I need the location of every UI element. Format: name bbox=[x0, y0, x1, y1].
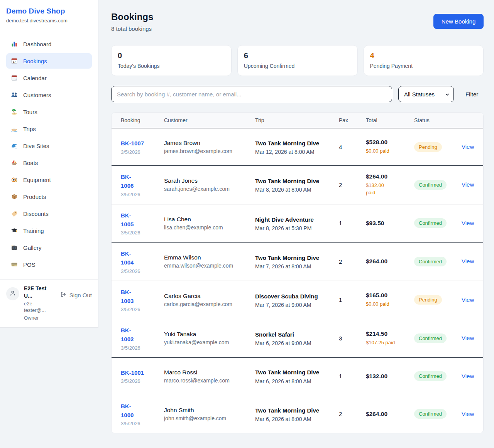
booking-cell: BK- 1004 3/5/2026 bbox=[121, 249, 164, 274]
total-cell: $132.00 bbox=[366, 373, 414, 380]
total-amount: $214.50 bbox=[366, 330, 414, 337]
sidebar-item-dashboard[interactable]: Dashboard bbox=[6, 36, 92, 52]
actions-cell: View bbox=[462, 258, 474, 265]
status-cell: Pending bbox=[414, 295, 462, 305]
sidebar-item-bookings[interactable]: 17 Bookings bbox=[6, 53, 92, 69]
trip-datetime: Mar 7, 2026 at 8:00 AM bbox=[255, 263, 325, 269]
trip-datetime: Mar 6, 2026 at 8:00 AM bbox=[255, 416, 325, 422]
search-input[interactable] bbox=[111, 86, 392, 102]
sidebar-item-label: Trips bbox=[23, 126, 36, 132]
calendar-17-icon: 17 bbox=[11, 57, 18, 64]
view-link[interactable]: View bbox=[462, 373, 474, 379]
booking-cell: BK- 1002 3/5/2026 bbox=[121, 326, 164, 351]
person-icon bbox=[9, 289, 17, 298]
view-link[interactable]: View bbox=[462, 335, 474, 341]
sidebar-item-label: Gallery bbox=[23, 244, 42, 251]
sidebar-item-pos[interactable]: POS bbox=[6, 257, 92, 272]
view-link[interactable]: View bbox=[462, 258, 474, 264]
people-icon bbox=[11, 91, 18, 98]
sidebar-item-label: Calendar bbox=[23, 75, 47, 81]
status-badge: Pending bbox=[414, 295, 442, 305]
new-booking-button[interactable]: New Booking bbox=[433, 14, 484, 29]
total-amount: $264.00 bbox=[366, 411, 414, 418]
view-link[interactable]: View bbox=[462, 411, 474, 417]
col-header-customer: Customer bbox=[164, 117, 255, 123]
booking-id-link[interactable]: BK- 1006 bbox=[121, 172, 134, 190]
customer-name: Marco Rossi bbox=[164, 369, 255, 376]
booking-id-link[interactable]: BK- 1002 bbox=[121, 326, 134, 344]
total-cell: $528.00 $0.00 paid bbox=[366, 139, 414, 155]
pax-cell: 1 bbox=[339, 373, 366, 379]
filter-button[interactable]: Filter bbox=[460, 91, 484, 98]
sidebar-item-trips[interactable]: Trips bbox=[6, 121, 92, 136]
sidebar-item-discounts[interactable]: Discounts bbox=[6, 206, 92, 221]
sidebar-nav: Dashboard 17 Bookings Calendar Customers… bbox=[0, 30, 98, 279]
booking-id-link[interactable]: BK-1007 bbox=[121, 139, 144, 148]
booking-id-link[interactable]: BK- 1004 bbox=[121, 249, 134, 267]
customer-name: Emma Wilson bbox=[164, 254, 255, 261]
booking-cell: BK- 1005 3/5/2026 bbox=[121, 211, 164, 236]
table-row: BK-1007 3/5/2026 James Brown james.brown… bbox=[112, 128, 483, 166]
table-body: BK-1007 3/5/2026 James Brown james.brown… bbox=[112, 128, 483, 433]
status-badge: Confirmed bbox=[414, 218, 447, 228]
customer-cell: John Smith john.smith@example.com bbox=[164, 407, 255, 421]
sign-out-button[interactable]: Sign Out bbox=[60, 291, 92, 299]
tear-calendar-icon bbox=[11, 74, 18, 81]
sidebar-item-boats[interactable]: Boats bbox=[6, 155, 92, 170]
view-link[interactable]: View bbox=[462, 220, 474, 226]
app-root: Demo Dive Shop demo.test.divestreams.com… bbox=[0, 0, 494, 446]
filter-row: All Statuses Filter bbox=[111, 86, 484, 102]
actions-cell: View bbox=[462, 181, 474, 188]
trip-cell: Two Tank Morning Dive Mar 8, 2026 at 8:0… bbox=[255, 177, 339, 193]
actions-cell: View bbox=[462, 296, 474, 303]
sidebar-item-products[interactable]: Products bbox=[6, 189, 92, 204]
booking-id-link[interactable]: BK- 1003 bbox=[121, 288, 134, 306]
status-badge: Pending bbox=[414, 142, 442, 152]
island-icon bbox=[11, 108, 18, 115]
booking-id-link[interactable]: BK- 1005 bbox=[121, 211, 134, 229]
total-cell: $264.00 $132.00 paid bbox=[366, 173, 414, 197]
total-amount: $93.50 bbox=[366, 220, 414, 227]
status-select[interactable]: All Statuses bbox=[398, 86, 454, 102]
booking-date: 3/5/2026 bbox=[121, 307, 164, 312]
main-content: Bookings 8 total bookings New Booking 0 … bbox=[98, 0, 494, 446]
status-badge: Confirmed bbox=[414, 409, 447, 419]
pax-cell: 1 bbox=[339, 220, 366, 226]
status-cell: Confirmed bbox=[414, 180, 462, 190]
sidebar-item-tours[interactable]: Tours bbox=[6, 104, 92, 120]
booking-id-link[interactable]: BK- 1000 bbox=[121, 402, 134, 420]
stat-value: 4 bbox=[370, 51, 477, 60]
status-badge: Confirmed bbox=[414, 333, 447, 343]
user-info: E2E Test U... e2e-tester@... Owner bbox=[24, 285, 56, 321]
sidebar-item-dive-sites[interactable]: Dive Sites bbox=[6, 138, 92, 153]
customer-email: carlos.garcia@example.com bbox=[164, 301, 255, 307]
customer-email: john.smith@example.com bbox=[164, 415, 255, 421]
sidebar-item-calendar[interactable]: Calendar bbox=[6, 70, 92, 86]
sidebar-item-gallery[interactable]: Gallery bbox=[6, 240, 92, 255]
sidebar-item-training[interactable]: Training bbox=[6, 223, 92, 238]
view-link[interactable]: View bbox=[462, 296, 474, 303]
booking-date: 3/5/2026 bbox=[121, 378, 164, 384]
view-link[interactable]: View bbox=[462, 181, 474, 188]
sidebar-item-customers[interactable]: Customers bbox=[6, 87, 92, 103]
col-header-booking: Booking bbox=[121, 117, 164, 123]
status-select-wrap: All Statuses bbox=[398, 86, 454, 102]
customer-cell: Lisa Chen lisa.chen@example.com bbox=[164, 216, 255, 231]
pax-cell: 3 bbox=[339, 335, 366, 342]
trip-name: Two Tank Morning Dive bbox=[255, 406, 321, 415]
sidebar-item-equipment[interactable]: Equipment bbox=[6, 172, 92, 187]
total-cell: $264.00 bbox=[366, 411, 414, 418]
view-link[interactable]: View bbox=[462, 143, 474, 150]
user-name: E2E Test U... bbox=[24, 285, 56, 300]
trip-name: Snorkel Safari bbox=[255, 330, 321, 339]
table-row: BK- 1005 3/5/2026 Lisa Chen lisa.chen@ex… bbox=[112, 204, 483, 243]
booking-id-link[interactable]: BK-1001 bbox=[121, 368, 144, 377]
stat-card: 0 Today's Bookings bbox=[111, 45, 232, 76]
page-subtitle: 8 total bookings bbox=[111, 25, 153, 32]
customer-cell: Sarah Jones sarah.jones@example.com bbox=[164, 177, 255, 192]
svg-text:17: 17 bbox=[13, 61, 16, 63]
booking-cell: BK- 1000 3/5/2026 bbox=[121, 402, 164, 427]
booking-date: 3/5/2026 bbox=[121, 268, 164, 274]
trip-name: Two Tank Morning Dive bbox=[255, 139, 321, 148]
sidebar-item-label: Bookings bbox=[23, 58, 47, 64]
